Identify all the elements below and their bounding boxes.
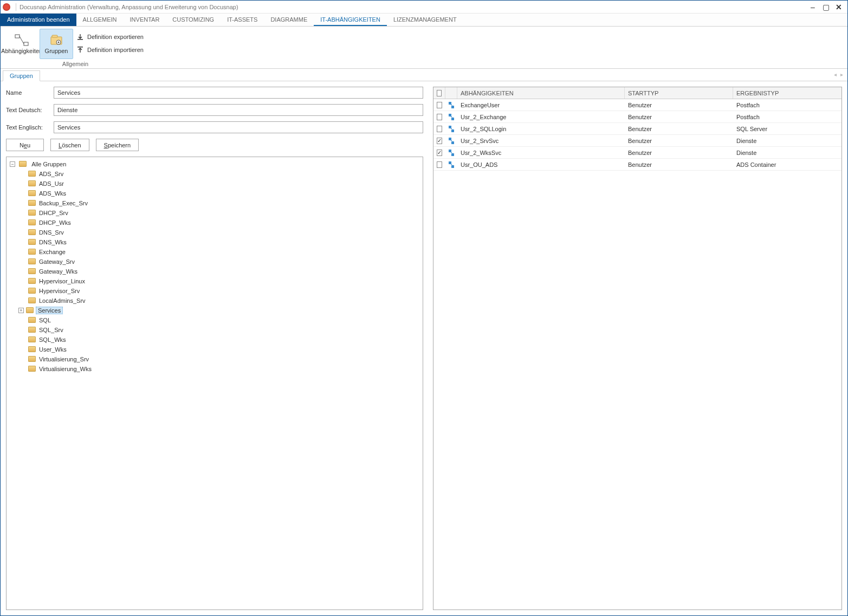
tree-item[interactable]: DNS_Wks <box>18 237 420 247</box>
folder-icon <box>28 200 36 206</box>
tree-item-label: Gateway_Wks <box>38 268 79 275</box>
row-checkbox-cell[interactable] <box>433 102 445 108</box>
dependency-icon <box>449 114 454 120</box>
tree-item[interactable]: DHCP_Wks <box>18 218 420 228</box>
grid-header-res[interactable]: ERGEBNISTYP <box>733 87 841 99</box>
tree-root[interactable]: − Alle Gruppen ADS_SrvADS_UsrADS_WksBack… <box>10 159 420 374</box>
tab-inventar[interactable]: INVENTAR <box>124 14 166 26</box>
maximize-button[interactable]: ▢ <box>819 2 832 12</box>
grid-header-start[interactable]: STARTTYP <box>625 87 733 99</box>
table-row[interactable]: Usr_2_SQLLoginBenutzerSQL Server <box>433 123 841 135</box>
row-checkbox-cell[interactable] <box>433 161 445 168</box>
tree-item[interactable]: Hypervisor_Linux <box>18 276 420 286</box>
ribbon-btn-label: Gruppen <box>45 48 68 54</box>
tree-item[interactable]: SQL <box>18 315 420 325</box>
row-start: Benutzer <box>625 150 733 156</box>
table-row[interactable]: ✓Usr_2_WksSvcBenutzerDienste <box>433 147 841 159</box>
folder-icon <box>28 278 36 284</box>
folder-icon <box>28 268 36 274</box>
titlebar-separator <box>16 3 16 11</box>
delete-button[interactable]: Löschen <box>50 139 89 151</box>
tree-view[interactable]: − Alle Gruppen ADS_SrvADS_UsrADS_WksBack… <box>6 157 423 610</box>
tab-nav-left-icon[interactable]: ◂ <box>832 71 838 77</box>
row-checkbox-cell[interactable]: ✓ <box>433 138 445 144</box>
app-window: Docusnap Administration (Verwaltung, Anp… <box>0 0 848 616</box>
dependency-icon <box>449 126 454 132</box>
tree-item[interactable]: SQL_Wks <box>18 335 420 345</box>
tab-allgemein[interactable]: ALLGEMEIN <box>76 14 124 26</box>
tree-item[interactable]: Gateway_Srv <box>18 257 420 267</box>
text-en-input[interactable] <box>54 121 423 133</box>
tree-root-label: Alle Gruppen <box>30 161 67 167</box>
row-start: Benutzer <box>625 138 733 144</box>
minimize-button[interactable]: – <box>806 2 819 12</box>
tab-nav-right-icon[interactable]: ▸ <box>839 71 844 77</box>
row-dep: Usr_OU_ADS <box>457 161 625 168</box>
tab-customizing[interactable]: CUSTOMIZING <box>166 14 221 26</box>
tree-item[interactable]: Virtualisierung_Wks <box>18 364 420 374</box>
grid-header-dep[interactable]: ABHÄNGIGKEITEN <box>457 87 625 99</box>
tab-it-assets[interactable]: IT-ASSETS <box>221 14 264 26</box>
tree-item[interactable]: LocalAdmins_Srv <box>18 296 420 306</box>
row-dep: Usr_2_Exchange <box>457 114 625 120</box>
tree-item[interactable]: Exchange <box>18 247 420 257</box>
table-row[interactable]: Usr_2_ExchangeBenutzerPostfach <box>433 111 841 123</box>
tree-item[interactable]: Virtualisierung_Srv <box>18 354 420 364</box>
tree-item[interactable]: User_Wks <box>18 345 420 354</box>
svg-line-2 <box>20 36 24 44</box>
ribbon-btn-abhaengigkeiten[interactable]: Abhängigkeiten <box>5 29 38 59</box>
tree-item[interactable]: ADS_Usr <box>18 179 420 189</box>
row-checkbox-cell[interactable] <box>433 114 445 120</box>
tree-item[interactable]: DNS_Srv <box>18 228 420 237</box>
name-input[interactable] <box>54 87 423 99</box>
ribbon-btn-export-definition[interactable]: Definition exportieren <box>74 31 146 43</box>
row-res: SQL Server <box>733 126 841 132</box>
svg-rect-1 <box>24 42 28 46</box>
folder-icon <box>28 180 36 186</box>
tree-item-label: SQL_Wks <box>38 336 67 343</box>
ribbon-btn-import-definition[interactable]: Definition importieren <box>74 44 146 56</box>
close-button[interactable]: ✕ <box>832 2 845 12</box>
collapse-icon[interactable]: − <box>10 161 15 167</box>
ribbon-btn-gruppen[interactable]: Gruppen <box>40 29 73 59</box>
tree-item[interactable]: SQL_Srv <box>18 325 420 335</box>
svg-rect-4 <box>52 35 57 37</box>
row-checkbox-cell[interactable] <box>433 126 445 132</box>
window-title: Docusnap Administration (Verwaltung, Anp… <box>20 4 238 10</box>
tree-item[interactable]: Gateway_Wks <box>18 267 420 276</box>
tree-item[interactable]: +Services <box>18 306 420 315</box>
tree-item-label: Virtualisierung_Wks <box>38 366 93 372</box>
table-row[interactable]: ✓Usr_2_SrvSvcBenutzerDienste <box>433 135 841 147</box>
row-res: ADS Container <box>733 161 841 168</box>
row-checkbox-cell[interactable]: ✓ <box>433 150 445 156</box>
tree-item-label: DHCP_Wks <box>38 219 72 226</box>
tree-item[interactable]: Hypervisor_Srv <box>18 286 420 296</box>
folder-icon <box>28 239 36 245</box>
tab-lizenzmanagement[interactable]: LIZENZMANAGEMENT <box>387 14 463 26</box>
content-tabs: Gruppen ◂ ▸ <box>1 69 847 81</box>
expand-icon[interactable]: + <box>18 308 24 313</box>
dependency-icon <box>449 150 454 156</box>
tree-item[interactable]: ADS_Wks <box>18 189 420 198</box>
tree-item[interactable]: Backup_Exec_Srv <box>18 198 420 208</box>
new-button[interactable]: Neu <box>6 139 44 151</box>
export-icon <box>76 33 84 41</box>
ribbon-group-allgemein: Abhängigkeiten Gruppen Definition export… <box>5 29 146 68</box>
folder-icon <box>28 317 36 323</box>
row-res: Dienste <box>733 150 841 156</box>
tab-it-abhaengigkeiten[interactable]: IT-ABHÄNGIGKEITEN <box>314 14 387 26</box>
tree-item[interactable]: DHCP_Srv <box>18 208 420 218</box>
checkbox-icon <box>437 126 442 132</box>
tab-diagramme[interactable]: DIAGRAMME <box>264 14 314 26</box>
save-button[interactable]: Speichern <box>96 139 139 151</box>
tree-item-label: ADS_Srv <box>38 171 64 177</box>
table-row[interactable]: Usr_OU_ADSBenutzerADS Container <box>433 159 841 171</box>
table-row[interactable]: ExchangeUserBenutzerPostfach <box>433 99 841 111</box>
row-dep: ExchangeUser <box>457 102 625 108</box>
text-de-input[interactable] <box>54 104 423 116</box>
tree-item[interactable]: ADS_Srv <box>18 169 420 179</box>
tab-admin-exit[interactable]: Administration beenden <box>1 14 76 26</box>
grid-header-checkbox[interactable] <box>433 87 445 99</box>
dependencies-grid: ABHÄNGIGKEITEN STARTTYP ERGEBNISTYP Exch… <box>433 87 842 610</box>
content-tab-gruppen[interactable]: Gruppen <box>3 70 40 81</box>
